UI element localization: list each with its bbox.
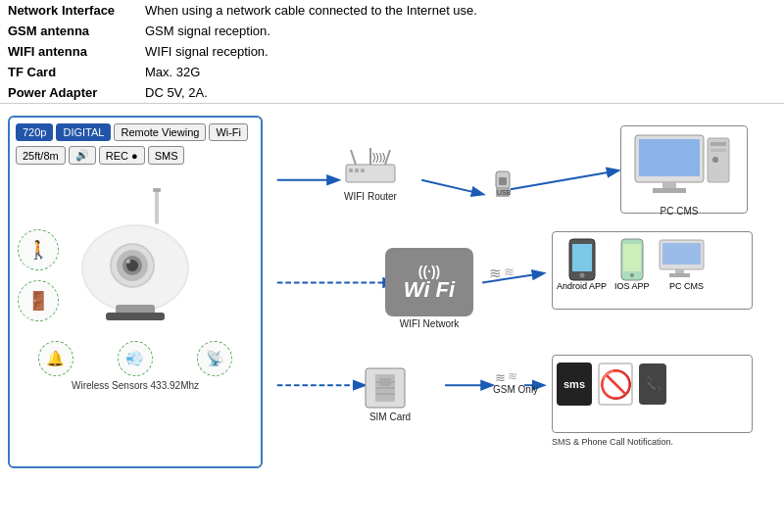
spec-row: TF CardMax. 32G xyxy=(0,62,784,82)
gsm-only-label: GSM Only xyxy=(493,384,538,395)
sms-row: sms 🚫 📞 xyxy=(557,363,666,406)
device-ios: IOS APP xyxy=(614,238,650,291)
svg-rect-10 xyxy=(106,313,165,320)
sensors-left: 🚶 🚪 xyxy=(18,229,59,321)
camera-svg xyxy=(62,185,209,322)
cam-btn-btn_rec[interactable]: REC ● xyxy=(99,146,145,165)
no-entry-icon: 🚫 xyxy=(598,363,633,406)
spec-row: GSM antennaGSM signal reception. xyxy=(0,21,784,41)
sms-icon: sms xyxy=(557,363,592,406)
svg-line-13 xyxy=(511,170,617,189)
spec-row: Power AdapterDC 5V, 2A. xyxy=(0,82,784,104)
svg-point-45 xyxy=(579,273,584,278)
device-android: Android APP xyxy=(557,238,607,291)
spec-label: TF Card xyxy=(0,62,137,82)
svg-rect-52 xyxy=(669,273,690,277)
svg-rect-32 xyxy=(499,177,507,185)
sms-notification-label: SMS & Phone Call Notification. xyxy=(552,437,758,447)
svg-line-12 xyxy=(421,180,482,194)
node-wifi-router: )))) WIFI Router xyxy=(341,145,400,202)
specs-table: Network InterfaceWhen using a network ca… xyxy=(0,0,784,104)
no-entry-symbol: 🚫 xyxy=(599,368,633,401)
svg-rect-24 xyxy=(349,169,353,172)
sensors-bottom: 🔔 💨 📡 xyxy=(16,341,255,376)
diagram-area: 720pDIGITALRemote ViewingWi-Fi25ft/8m🔊RE… xyxy=(0,112,784,472)
wifi-network-label: WIFI Network xyxy=(400,318,460,329)
right-diagram: ≋ ≋ ≋ ≋ )))) xyxy=(272,116,776,468)
cam-btn-btn_audio[interactable]: 🔊 xyxy=(69,146,96,165)
wifi-badge: ((·)) Wi Fi xyxy=(385,248,473,316)
cam-btn-btn_remote[interactable]: Remote Viewing xyxy=(114,123,206,141)
sensor-alarm: 🔔 xyxy=(38,341,74,376)
pc-top-label: PC CMS xyxy=(661,206,699,217)
svg-rect-50 xyxy=(662,243,701,265)
wireless-label: Wireless Sensors 433.92Mhz xyxy=(16,380,255,391)
cam-btn-btn_720p[interactable]: 720p xyxy=(16,123,53,141)
svg-rect-0 xyxy=(155,190,159,224)
sensor-pir: 🚶 xyxy=(18,229,59,270)
ios-phone-icon xyxy=(620,238,644,281)
sensor-motion: 📡 xyxy=(197,341,232,376)
spec-label: GSM antenna xyxy=(0,21,137,41)
cam-btn-btn_sms[interactable]: SMS xyxy=(148,146,185,165)
svg-rect-47 xyxy=(623,244,641,271)
spec-label: Power Adapter xyxy=(0,82,137,104)
svg-text:≋: ≋ xyxy=(489,265,502,281)
usb-icon: USB xyxy=(488,169,517,199)
svg-rect-36 xyxy=(639,139,700,176)
svg-rect-58 xyxy=(379,378,391,386)
wifi-text: Wi Fi xyxy=(404,279,455,301)
svg-line-27 xyxy=(351,150,356,165)
svg-text:USB: USB xyxy=(497,189,512,196)
pc-icon-top xyxy=(625,130,733,204)
ios-label: IOS APP xyxy=(614,281,650,291)
svg-rect-25 xyxy=(355,169,359,172)
camera-image-area: 🚶 🚪 xyxy=(16,170,255,337)
svg-point-48 xyxy=(630,273,634,277)
svg-rect-38 xyxy=(653,188,686,193)
spec-value: WIFI signal reception. xyxy=(137,41,784,62)
node-sim-card: SIM Card xyxy=(361,366,419,422)
svg-line-15 xyxy=(482,273,543,283)
svg-point-8 xyxy=(126,260,130,264)
svg-rect-41 xyxy=(710,149,726,152)
node-usb: USB xyxy=(488,169,517,199)
sms-phone: sms xyxy=(557,363,592,406)
svg-rect-23 xyxy=(346,165,395,182)
android-label: Android APP xyxy=(557,281,607,291)
sensor-door: 🚪 xyxy=(18,280,59,321)
svg-rect-44 xyxy=(572,244,592,271)
viber-phone: 📞 xyxy=(639,363,666,405)
spec-value: Max. 32G xyxy=(137,62,784,82)
sensor-smoke: 💨 xyxy=(118,341,153,376)
router-label: WIFI Router xyxy=(344,191,397,202)
svg-point-42 xyxy=(712,157,718,163)
spec-value: DC 5V, 2A. xyxy=(137,82,784,104)
svg-rect-40 xyxy=(710,142,726,146)
spec-value: GSM signal reception. xyxy=(137,21,784,41)
spec-row: Network InterfaceWhen using a network ca… xyxy=(0,0,784,21)
cam-btn-btn_wifi[interactable]: Wi-Fi xyxy=(209,123,248,141)
device-pc-mid: PC CMS xyxy=(658,238,716,291)
svg-text:)))): )))) xyxy=(372,152,385,163)
no-entry-phone: 🚫 xyxy=(598,363,633,406)
node-gsm-only: GSM Only xyxy=(493,382,538,395)
router-icon: )))) xyxy=(341,145,400,189)
spec-label: Network Interface xyxy=(0,0,137,21)
viber-icon: 📞 xyxy=(639,363,666,405)
spec-value: When using a network cable connected to … xyxy=(137,0,784,21)
android-phone-icon xyxy=(568,238,596,281)
camera-buttons: 720pDIGITALRemote ViewingWi-Fi25ft/8m🔊RE… xyxy=(16,123,255,165)
camera-panel: 720pDIGITALRemote ViewingWi-Fi25ft/8m🔊RE… xyxy=(8,116,263,468)
svg-rect-1 xyxy=(153,188,161,192)
devices-row: Android APP IOS APP PC CMS xyxy=(557,238,716,291)
sim-icon xyxy=(361,366,419,410)
pc-mid-label: PC CMS xyxy=(669,281,704,291)
cam-btn-btn_digital[interactable]: DIGITAL xyxy=(56,123,111,141)
cam-btn-btn_25ft[interactable]: 25ft/8m xyxy=(16,146,66,165)
spec-row: WIFI antennaWIFI signal reception. xyxy=(0,41,784,62)
svg-text:≋: ≋ xyxy=(504,265,514,279)
svg-rect-26 xyxy=(361,169,365,172)
sim-card-label: SIM Card xyxy=(369,411,411,422)
node-pc-top: PC CMS xyxy=(625,130,733,217)
